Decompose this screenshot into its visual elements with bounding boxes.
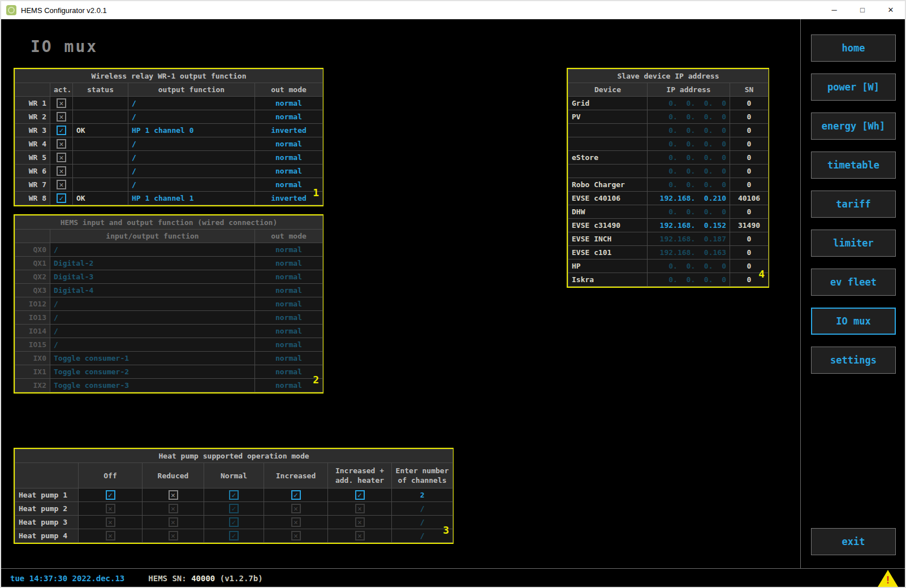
slave-ip-field[interactable]: 0. 0. 0. 0	[648, 178, 730, 192]
col-incr-heater: Increased + add. heater	[328, 463, 392, 488]
hp-row: Heat pump 1✓✕✓✓✓2	[15, 488, 453, 502]
maximize-icon[interactable]: □	[848, 1, 877, 19]
wr-output-function[interactable]: /	[128, 165, 255, 178]
slave-ip-field[interactable]: 0. 0. 0. 0	[648, 110, 730, 124]
wr-act-cell: ✕	[50, 165, 73, 178]
wr-row-label: WR 8	[15, 192, 50, 205]
hp-mode-checkbox[interactable]: ✓	[106, 490, 115, 500]
slave-ip-field[interactable]: 192.168. 0.152	[648, 219, 730, 232]
hp-row-label: Heat pump 4	[15, 529, 79, 543]
hp-mode-cell: ✓	[204, 488, 264, 502]
wr-output-function[interactable]: /	[128, 97, 255, 110]
slave-device-name: Iskra	[568, 273, 648, 287]
slave-row: HP 0. 0. 0. 00	[568, 260, 769, 273]
slave-ip-field[interactable]: 0. 0. 0. 0	[648, 151, 730, 165]
wr-act-checkbox[interactable]: ✕	[57, 139, 66, 149]
wr-output-function[interactable]: /	[128, 178, 255, 192]
hp-mode-checkbox: ✓	[229, 517, 239, 527]
hems-io-row: IO15/normal	[15, 338, 323, 352]
wr-row: WR 3✓OKHP 1 channel 0inverted	[15, 124, 323, 137]
hp-channels-field: /	[392, 502, 453, 516]
hp-mode-checkbox[interactable]: ✓	[355, 490, 365, 500]
slave-device-name	[568, 124, 648, 137]
wr-act-checkbox[interactable]: ✓	[57, 193, 66, 203]
slave-ip-field[interactable]: 192.168. 0.187	[648, 232, 730, 246]
wr-act-checkbox[interactable]: ✕	[57, 112, 66, 122]
wr-out-mode[interactable]: normal	[255, 165, 323, 178]
close-icon[interactable]: ✕	[877, 1, 905, 19]
status-bar: tue 14:37:30 2022.dec.13 HEMS SN: 40000 …	[1, 569, 906, 588]
warning-icon[interactable]: !	[878, 570, 898, 587]
wr-output-function[interactable]: HP 1 channel 0	[128, 124, 255, 137]
wr-act-checkbox[interactable]: ✕	[57, 166, 66, 176]
hp-mode-checkbox[interactable]: ✕	[169, 490, 178, 500]
wr-output-function[interactable]: /	[128, 110, 255, 124]
slave-row: Robo Charger 0. 0. 0. 00	[568, 178, 769, 192]
wr-act-checkbox[interactable]: ✕	[57, 98, 66, 108]
wr-act-checkbox[interactable]: ✓	[57, 126, 66, 135]
hp-mode-checkbox: ✓	[229, 504, 239, 513]
hp-mode-cell: ✕	[143, 516, 204, 529]
heat-pump-mode-table: Heat pump supported operation mode Off R…	[15, 449, 453, 543]
hp-mode-checkbox: ✕	[291, 531, 301, 541]
slave-device-name: EVSE c31490	[568, 219, 648, 232]
slave-ip-group: Slave device IP address Device IP addres…	[567, 68, 769, 288]
nav-io-mux-button[interactable]: IO mux	[811, 308, 896, 335]
nav-energy-wh-button[interactable]: energy [Wh]	[811, 113, 896, 140]
minimize-icon[interactable]: ─	[820, 1, 848, 19]
nav-limiter-button[interactable]: limiter	[811, 230, 896, 257]
wr-out-mode[interactable]: normal	[255, 97, 323, 110]
wr-act-cell: ✕	[50, 178, 73, 192]
slave-ip-field[interactable]: 0. 0. 0. 0	[648, 137, 730, 151]
slave-ip-field[interactable]: 192.168. 0.163	[648, 246, 730, 260]
nav-settings-button[interactable]: settings	[811, 347, 896, 374]
wr-out-mode[interactable]: normal	[255, 137, 323, 151]
wr-output-function[interactable]: /	[128, 137, 255, 151]
wr-out-mode[interactable]: inverted	[255, 124, 323, 137]
hp-mode-checkbox: ✓	[229, 531, 239, 541]
slave-ip-field[interactable]: 0. 0. 0. 0	[648, 260, 730, 273]
nav-home-button[interactable]: home	[811, 34, 896, 62]
wr-row-label: WR 7	[15, 178, 50, 192]
hp-mode-cell: ✕	[79, 502, 143, 516]
nav-tariff-button[interactable]: tariff	[811, 191, 896, 218]
wr-act-checkbox[interactable]: ✕	[57, 180, 66, 189]
hems-io-label: QX1	[15, 257, 50, 270]
slave-ip-field[interactable]: 0. 0. 0. 0	[648, 165, 730, 178]
nav-power-w-button[interactable]: power [W]	[811, 74, 896, 101]
wr-out-mode[interactable]: normal	[255, 110, 323, 124]
nav-timetable-button[interactable]: timetable	[811, 152, 896, 179]
table-title: HEMS input and output function (wired co…	[15, 216, 323, 230]
slave-sn-value: 0	[730, 178, 769, 192]
hems-io-row: IO12/normal	[15, 297, 323, 311]
col-status: status	[73, 83, 128, 97]
hp-mode-checkbox[interactable]: ✓	[229, 490, 239, 500]
hp-mode-checkbox[interactable]: ✓	[291, 490, 301, 500]
heat-pump-mode-group: Heat pump supported operation mode Off R…	[14, 448, 454, 544]
slave-ip-field[interactable]: 0. 0. 0. 0	[648, 273, 730, 287]
wr-output-function[interactable]: /	[128, 151, 255, 165]
hp-mode-checkbox: ✕	[106, 517, 115, 527]
hp-mode-cell: ✓	[204, 516, 264, 529]
slave-ip-field[interactable]: 0. 0. 0. 0	[648, 205, 730, 219]
wr-out-mode[interactable]: normal	[255, 151, 323, 165]
slave-device-name: DHW	[568, 205, 648, 219]
app-icon	[6, 5, 16, 15]
hp-mode-cell: ✓	[204, 502, 264, 516]
hp-row: Heat pump 4✕✕✓✕✕/	[15, 529, 453, 543]
slave-ip-field[interactable]: 0. 0. 0. 0	[648, 124, 730, 137]
nav-ev-fleet-button[interactable]: ev fleet	[811, 269, 896, 296]
window-title: HEMS Configurator v2.0.1	[21, 6, 107, 15]
wireless-relay-group: Wireless relay WR-1 output function act.…	[14, 68, 323, 206]
hems-sn-value: 40000	[191, 574, 215, 583]
slave-ip-field[interactable]: 192.168. 0.210	[648, 192, 730, 205]
hems-sn-label: HEMS SN:	[148, 574, 191, 583]
wr-act-checkbox[interactable]: ✕	[57, 153, 66, 162]
col-out-mode: out mode	[255, 83, 323, 97]
hp-channels-field[interactable]: 2	[392, 488, 453, 502]
wr-output-function[interactable]: HP 1 channel 1	[128, 192, 255, 205]
slave-ip-field[interactable]: 0. 0. 0. 0	[648, 97, 730, 110]
exit-button[interactable]: exit	[811, 528, 896, 555]
wr-row: WR 5✕/normal	[15, 151, 323, 165]
slave-row: Iskra 0. 0. 0. 00	[568, 273, 769, 287]
